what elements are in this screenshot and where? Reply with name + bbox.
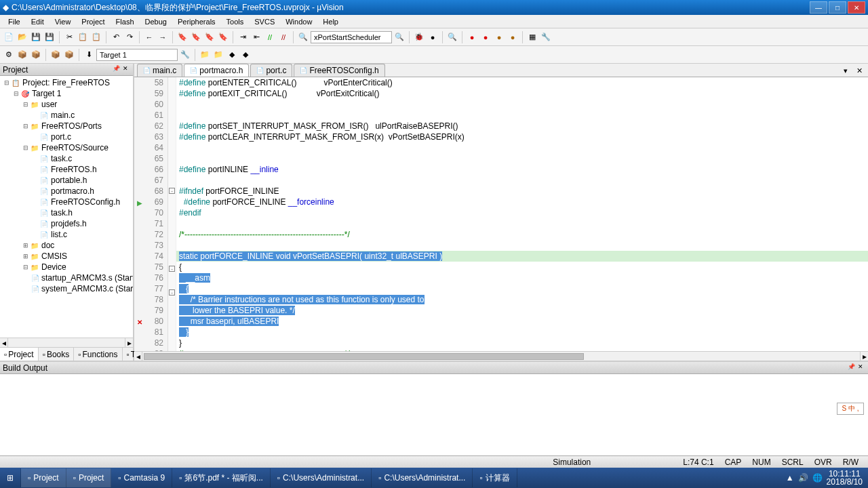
step-icon[interactable]: ● xyxy=(493,31,505,43)
code-line[interactable] xyxy=(176,110,868,121)
cut-icon[interactable]: ✂ xyxy=(63,31,75,43)
taskbar-item[interactable]: ▫Project xyxy=(21,468,66,487)
target-combo[interactable] xyxy=(96,49,178,61)
close-button[interactable]: ✕ xyxy=(848,1,865,14)
tree-file[interactable]: 📄portmacro.h xyxy=(1,186,132,197)
tree-file[interactable]: 📄FreeRTOS.h xyxy=(1,164,132,175)
maximize-button[interactable]: □ xyxy=(829,1,846,14)
uncomment-icon[interactable]: // xyxy=(277,31,290,43)
pane-pin-icon[interactable]: 📌 xyxy=(111,65,121,75)
tree-file[interactable]: 📄FreeRTOSConfig.h xyxy=(1,197,132,207)
tools-icon[interactable]: 🔧 xyxy=(540,31,552,43)
pane-close-icon[interactable]: ✕ xyxy=(121,65,130,75)
pane-pin-icon[interactable]: 📌 xyxy=(846,363,856,373)
tree-file[interactable]: 📄task.h xyxy=(1,207,132,218)
code-line[interactable]: #define portINLINE __inline xyxy=(176,164,868,175)
build-target-icon[interactable]: 📦 xyxy=(50,49,62,61)
rebuild-icon[interactable]: 📦 xyxy=(30,49,42,61)
nav-fwd-icon[interactable]: → xyxy=(157,31,169,43)
project-tree[interactable]: ⊟📋Project: Fire_FreeRTOS⊟🎯Target 1⊟📁user… xyxy=(0,76,133,338)
build-output-body[interactable] xyxy=(0,374,868,455)
manage4-icon[interactable]: ◆ xyxy=(239,49,252,61)
code-line[interactable]: msr basepri, ulBASEPRI xyxy=(176,316,868,327)
code-line[interactable]: { xyxy=(176,262,868,272)
tree-group[interactable]: ⊟📁user xyxy=(1,99,132,110)
editor-tab[interactable]: 📄portmacro.h xyxy=(184,64,249,77)
tree-file[interactable]: 📄main.c xyxy=(1,110,132,121)
code-line[interactable]: #define portENTER_CRITICAL() vPortEnterC… xyxy=(176,77,868,88)
target-options-icon[interactable]: 🔧 xyxy=(179,49,191,61)
fold-toggle-icon[interactable]: - xyxy=(169,266,175,272)
code-line[interactable] xyxy=(176,99,868,110)
tree-file[interactable]: 📄projdefs.h xyxy=(1,218,132,229)
menu-window[interactable]: Window xyxy=(280,16,317,27)
find-combo[interactable] xyxy=(311,31,392,43)
tree-file[interactable]: 📄portable.h xyxy=(1,175,132,186)
code-line[interactable] xyxy=(176,218,868,229)
code-line[interactable]: #endif xyxy=(176,207,868,218)
editor-tab[interactable]: 📄port.c xyxy=(250,64,292,77)
indent-icon[interactable]: ⇥ xyxy=(237,31,249,43)
expand-icon[interactable]: ⊟ xyxy=(22,144,30,151)
manage-icon[interactable]: 📁 xyxy=(199,49,211,61)
code-line[interactable]: /*--------------------------------------… xyxy=(176,229,868,240)
tree-group[interactable]: ⊞📁doc xyxy=(1,240,132,251)
window-icon[interactable]: ▦ xyxy=(526,31,538,43)
code-line[interactable] xyxy=(176,175,868,186)
code-line[interactable] xyxy=(176,153,868,164)
taskbar-item[interactable]: ▫计算器 xyxy=(473,468,517,487)
fold-toggle-icon[interactable]: - xyxy=(169,289,175,296)
bookmark-prev-icon[interactable]: 🔖 xyxy=(190,31,202,43)
tree-file[interactable]: 📄list.c xyxy=(1,229,132,240)
scrollbar-thumb[interactable] xyxy=(144,353,584,360)
expand-icon[interactable]: ⊟ xyxy=(22,123,30,129)
tree-file[interactable]: 📄task.c xyxy=(1,153,132,164)
code-line[interactable]: lower the BASEPRI value. */ xyxy=(176,305,868,316)
menu-tools[interactable]: Tools xyxy=(221,16,250,27)
bookmark-icon[interactable]: 🔖 xyxy=(176,31,189,43)
code-editor[interactable]: 5859606162636465666768▶69707172737475767… xyxy=(134,77,868,351)
download-icon[interactable]: ⬇ xyxy=(83,49,95,61)
code-line[interactable]: #define portFORCE_INLINE __forceinline xyxy=(176,197,868,207)
tree-group[interactable]: ⊟📁Device xyxy=(1,262,132,272)
menu-project[interactable]: Project xyxy=(76,16,110,27)
tab-close-icon[interactable]: ✕ xyxy=(853,64,865,77)
debug-icon[interactable]: 🐞 xyxy=(413,31,425,43)
code-line[interactable] xyxy=(176,240,868,251)
system-tray[interactable]: ▲ 🔊 🌐 10:11:11 2018/8/10 xyxy=(781,470,868,486)
taskbar-item[interactable]: ▫C:\Users\Administrat... xyxy=(372,468,473,487)
start-button[interactable]: ⊞ xyxy=(0,468,21,487)
menu-peripherals[interactable]: Peripherals xyxy=(172,16,221,27)
new-icon[interactable]: 📄 xyxy=(3,31,15,43)
taskbar-item[interactable]: ▫第6节.pdf * - 福昕阅... xyxy=(172,468,271,487)
open-icon[interactable]: 📂 xyxy=(16,31,28,43)
menu-file[interactable]: File xyxy=(3,16,26,27)
menu-flash[interactable]: Flash xyxy=(111,16,140,27)
expand-icon[interactable]: ⊟ xyxy=(3,79,11,86)
fold-column[interactable]: ----- xyxy=(168,77,176,351)
outdent-icon[interactable]: ⇤ xyxy=(250,31,262,43)
menu-help[interactable]: Help xyxy=(317,16,344,27)
pane-tab-project[interactable]: ▫Project xyxy=(0,348,39,361)
taskbar-item[interactable]: ▫C:\Users\Administrat... xyxy=(271,468,372,487)
pane-tab-functions[interactable]: ▫Functions xyxy=(74,348,122,361)
tree-hscroll[interactable]: ◂ ▸ xyxy=(0,338,133,347)
config-icon[interactable]: 🔍 xyxy=(446,31,458,43)
save-all-icon[interactable]: 💾 xyxy=(43,31,56,43)
redo-icon[interactable]: ↷ xyxy=(123,31,136,43)
code-line[interactable]: static portFORCE_INLINE void vPortSetBAS… xyxy=(176,251,868,262)
breakpoint-icon[interactable]: ● xyxy=(427,31,439,43)
code-line[interactable]: /* Barrier instructions are not used as … xyxy=(176,294,868,305)
manage3-icon[interactable]: ◆ xyxy=(226,49,238,61)
tab-menu-icon[interactable]: ▾ xyxy=(840,64,852,77)
tray-icon[interactable]: ▲ xyxy=(786,473,794,483)
batch-build-icon[interactable]: 📦 xyxy=(63,49,75,61)
bookmark-next-icon[interactable]: 🔖 xyxy=(203,31,216,43)
tree-file[interactable]: 📄startup_ARMCM3.s (Startup) xyxy=(1,272,132,283)
find-in-files-icon[interactable]: 🔍 xyxy=(297,31,309,43)
tree-group[interactable]: ⊟📁FreeRTOS/Ports xyxy=(1,121,132,131)
expand-icon[interactable]: ⊞ xyxy=(22,242,30,249)
find-icon[interactable]: 🔍 xyxy=(393,31,406,43)
bookmark-clear-icon[interactable]: 🔖 xyxy=(217,31,229,43)
undo-icon[interactable]: ↶ xyxy=(110,31,122,43)
